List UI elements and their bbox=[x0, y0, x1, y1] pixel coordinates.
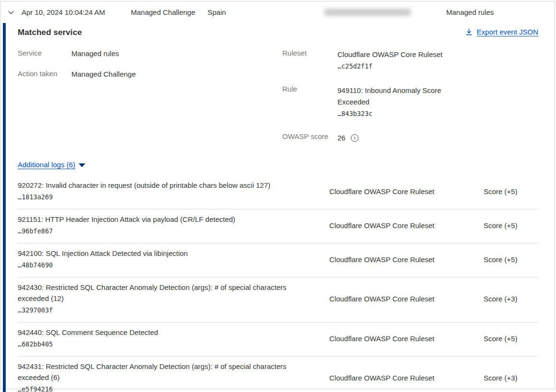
log-description: 942100: SQL Injection Attack Detected vi… bbox=[18, 248, 315, 259]
log-score: Score (+5) bbox=[484, 187, 538, 196]
log-hash: …3297003f bbox=[18, 304, 315, 316]
event-service: Managed rules bbox=[446, 8, 555, 16]
export-link-label: Export event JSON bbox=[477, 28, 538, 36]
action-taken-value: Managed Challenge bbox=[71, 69, 136, 79]
log-entry: 942440: SQL Comment Sequence Detected …6… bbox=[18, 323, 538, 357]
log-score: Score (+3) bbox=[484, 374, 538, 382]
log-entry: 921151: HTTP Header Injection Attack via… bbox=[18, 209, 538, 243]
additional-logs-label: Additional logs (6) bbox=[18, 161, 75, 169]
log-hash: …96bfe867 bbox=[18, 225, 315, 237]
log-score: Score (+5) bbox=[484, 255, 538, 264]
chevron-down-icon bbox=[7, 9, 15, 16]
matched-service-details: Service Managed rules Action taken Manag… bbox=[18, 49, 538, 157]
collapse-row-button[interactable] bbox=[7, 9, 22, 16]
ruleset-hash: …c25d2f1f bbox=[337, 60, 452, 72]
log-ruleset: Cloudflare OWASP Core Ruleset bbox=[329, 187, 484, 196]
log-entry: 942430: Restricted SQL Character Anomaly… bbox=[18, 277, 538, 323]
redacted-value-blur bbox=[324, 9, 411, 16]
rule-label: Rule bbox=[282, 85, 337, 119]
service-label: Service bbox=[18, 49, 71, 58]
log-hash: …1813a269 bbox=[18, 191, 315, 203]
log-description: 942440: SQL Comment Sequence Detected bbox=[18, 327, 315, 338]
log-ruleset: Cloudflare OWASP Core Ruleset bbox=[329, 255, 484, 264]
log-ruleset: Cloudflare OWASP Core Ruleset bbox=[329, 221, 484, 230]
log-entry: 942100: SQL Injection Attack Detected vi… bbox=[18, 243, 538, 277]
owasp-score-value: 26 bbox=[337, 132, 346, 144]
rule-name: 949110: Inbound Anomaly Score Exceeded bbox=[337, 85, 452, 108]
event-action: Managed Challenge bbox=[131, 8, 208, 16]
owasp-score-label: OWASP score bbox=[282, 132, 337, 144]
action-taken-label: Action taken bbox=[18, 69, 71, 79]
log-score: Score (+3) bbox=[484, 295, 538, 303]
panel-title: Matched service bbox=[18, 28, 82, 37]
log-entry: 942431: Restricted SQL Character Anomaly… bbox=[18, 357, 538, 392]
service-field: Service Managed rules bbox=[18, 49, 282, 58]
download-icon bbox=[465, 28, 473, 36]
caret-down-icon bbox=[79, 163, 85, 167]
log-description: 921151: HTTP Header Injection Attack via… bbox=[18, 214, 315, 225]
event-detail-panel: Matched service Export event JSON Servic… bbox=[3, 23, 555, 392]
log-hash: …682bb405 bbox=[18, 338, 315, 350]
rule-hash: …843b323c bbox=[337, 108, 452, 119]
rule-field: Rule 949110: Inbound Anomaly Score Excee… bbox=[282, 85, 538, 119]
log-score: Score (+5) bbox=[484, 334, 538, 343]
log-ruleset: Cloudflare OWASP Core Ruleset bbox=[329, 295, 484, 303]
event-country: Spain bbox=[208, 8, 323, 16]
log-description: 920272: Invalid character in request (ou… bbox=[18, 180, 315, 191]
owasp-score-field: OWASP score 26 i bbox=[282, 132, 538, 144]
ruleset-field: Ruleset Cloudflare OWASP Core Ruleset …c… bbox=[282, 49, 538, 72]
info-icon[interactable]: i bbox=[351, 134, 359, 142]
service-value: Managed rules bbox=[71, 49, 119, 58]
firewall-event-card: Apr 10, 2024 10:04:24 AM Managed Challen… bbox=[0, 1, 555, 389]
event-redacted-field bbox=[323, 9, 414, 16]
log-hash: …e5f94216 bbox=[18, 383, 315, 392]
log-ruleset: Cloudflare OWASP Core Ruleset bbox=[329, 374, 484, 382]
log-description: 942431: Restricted SQL Character Anomaly… bbox=[18, 361, 315, 383]
ruleset-label: Ruleset bbox=[282, 49, 337, 72]
log-description: 942430: Restricted SQL Character Anomaly… bbox=[18, 282, 315, 304]
event-timestamp: Apr 10, 2024 10:04:24 AM bbox=[22, 8, 131, 16]
log-score: Score (+5) bbox=[484, 221, 538, 230]
log-hash: …48b74690 bbox=[18, 259, 315, 271]
additional-logs-toggle[interactable]: Additional logs (6) bbox=[18, 161, 85, 169]
event-summary-row[interactable]: Apr 10, 2024 10:04:24 AM Managed Challen… bbox=[0, 1, 555, 23]
action-taken-field: Action taken Managed Challenge bbox=[18, 69, 282, 79]
ruleset-name: Cloudflare OWASP Core Ruleset bbox=[337, 49, 452, 60]
log-entry: 920272: Invalid character in request (ou… bbox=[18, 175, 538, 209]
log-ruleset: Cloudflare OWASP Core Ruleset bbox=[329, 334, 484, 343]
additional-logs-list: 920272: Invalid character in request (ou… bbox=[18, 175, 538, 392]
export-event-json-link[interactable]: Export event JSON bbox=[465, 28, 538, 36]
